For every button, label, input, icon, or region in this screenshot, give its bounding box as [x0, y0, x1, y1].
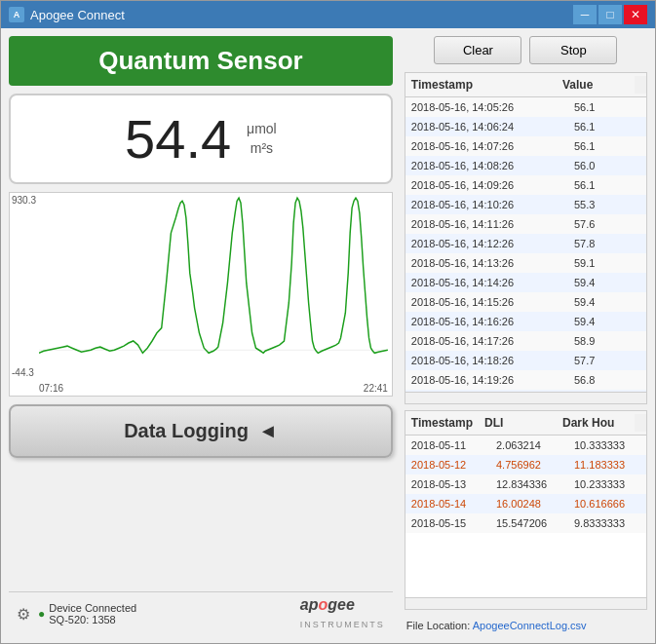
table-row: 2018-05-16, 14:11:26 57.6: [405, 214, 646, 234]
sensor-reading: 54.4: [125, 107, 231, 170]
col-value: Value: [557, 76, 635, 94]
table-row: 2018-05-16, 14:09:26 56.1: [405, 175, 646, 195]
table-row: 2018-05-15 15.547206 9.8333333: [405, 513, 646, 533]
status-bar: ⚙ ● Device Connected SQ-520: 1358 apogee…: [9, 591, 393, 635]
clear-button[interactable]: Clear: [434, 36, 521, 64]
data-logging-label: Data Logging: [124, 420, 249, 442]
dli-cell: 15.547206: [490, 515, 568, 531]
ts-cell: 2018-05-16, 14:14:26: [405, 275, 568, 290]
ts-cell: 2018-05-16, 14:05:26: [405, 99, 568, 115]
sensor-header: Quantum Sensor: [9, 36, 393, 86]
table-row: 2018-05-16, 14:05:26 56.1: [405, 97, 646, 117]
stop-button[interactable]: Stop: [529, 36, 617, 64]
table-row: 2018-05-16, 14:19:26 56.8: [405, 370, 646, 390]
ts-cell: 2018-05-16, 14:11:26: [405, 216, 568, 232]
val-cell: 56.8: [568, 372, 646, 388]
val-cell: 56.1: [568, 138, 646, 154]
ts-cell: 2018-05-16, 14:07:26: [405, 138, 568, 154]
table-row: 2018-05-16, 14:15:26 59.4: [405, 292, 646, 312]
val-cell: 59.4: [568, 314, 646, 329]
table-row: 2018-05-16, 14:17:26 58.9: [405, 331, 646, 351]
reading-box: 54.4 μmol m²s: [9, 94, 393, 184]
col-dli: DLI: [479, 414, 557, 432]
chart-container: 930.3 -44.3 07:16 22:41: [9, 192, 393, 397]
val-cell: 59.4: [568, 294, 646, 310]
chart-y-max: 930.3: [12, 195, 36, 206]
file-location-label: File Location:: [406, 620, 470, 631]
ts-cell: 2018-05-16, 14:13:26: [405, 255, 568, 271]
minimize-button[interactable]: ─: [573, 5, 597, 24]
app-icon: A: [9, 7, 24, 22]
app-window: A Apogee Connect ─ □ ✕ Quantum Sensor 54…: [0, 0, 656, 644]
table-row: 2018-05-16, 14:06:24 56.1: [405, 117, 646, 136]
val-cell: 59.1: [568, 255, 646, 271]
file-location-link[interactable]: ApogeeConnectLog.csv: [473, 620, 587, 631]
gear-icon[interactable]: ⚙: [17, 605, 30, 624]
close-button[interactable]: ✕: [624, 5, 647, 24]
right-panel: Clear Stop Timestamp Value 2018-05-16, 1…: [401, 28, 655, 643]
ts-cell: 2018-05-16, 14:12:26: [405, 236, 568, 251]
ts-cell: 2018-05-11: [405, 437, 490, 453]
table-row: 2018-05-16, 14:12:26 57.8: [405, 234, 646, 253]
readings-table-header: Timestamp Value: [405, 73, 646, 97]
val-cell: 57.6: [568, 216, 646, 232]
val-cell: 56.0: [568, 158, 646, 173]
val-cell: 56.1: [568, 119, 646, 134]
apogee-logo: apogee INSTRUMENTS: [300, 596, 385, 631]
table-row: 2018-05-16, 14:18:26 57.7: [405, 351, 646, 370]
dli-cell: 12.834336: [490, 476, 568, 492]
file-location: File Location: ApogeeConnectLog.csv: [405, 616, 647, 635]
left-panel: Quantum Sensor 54.4 μmol m²s 930.3 -44.3…: [1, 28, 401, 643]
col-timestamp-2: Timestamp: [405, 414, 479, 432]
table-row: 2018-05-16, 14:10:26 55.3: [405, 195, 646, 214]
val-cell: 57.8: [568, 236, 646, 251]
readings-table: Timestamp Value 2018-05-16, 14:05:26 56.…: [405, 72, 647, 404]
table-row: 2018-05-16, 14:13:26 59.1: [405, 253, 646, 273]
val-cell: 55.3: [568, 197, 646, 212]
action-buttons: Clear Stop: [405, 36, 647, 64]
ts-cell: 2018-05-16, 14:09:26: [405, 177, 568, 193]
ts-cell: 2018-05-15: [405, 515, 490, 531]
ts-cell: 2018-05-16, 14:08:26: [405, 158, 568, 173]
dli-table-header: Timestamp DLI Dark Hou: [405, 411, 646, 436]
chart-x-end: 22:41: [364, 383, 388, 394]
table-row: 2018-05-11 2.063214 10.333333: [405, 436, 646, 455]
ts-cell: 2018-05-16, 14:15:26: [405, 294, 568, 310]
maximize-button[interactable]: □: [598, 5, 622, 24]
data-logging-arrow: ◄: [258, 420, 278, 442]
val-cell: 59.4: [568, 275, 646, 290]
ts-cell: 2018-05-14: [405, 496, 490, 511]
table-row: 2018-05-16, 14:08:26 56.0: [405, 156, 646, 175]
ts-cell: 2018-05-16, 14:19:26: [405, 372, 568, 388]
dli-cell: 2.063214: [490, 437, 568, 453]
ts-cell: 2018-05-13: [405, 476, 490, 492]
val-cell: 56.1: [568, 99, 646, 115]
dli-cell: 16.00248: [490, 496, 568, 511]
data-logging-button[interactable]: Data Logging ◄: [9, 404, 393, 458]
ts-cell: 2018-05-16, 14:10:26: [405, 197, 568, 212]
ts-cell: 2018-05-12: [405, 457, 490, 473]
readings-table-body[interactable]: 2018-05-16, 14:05:26 56.12018-05-16, 14:…: [405, 97, 646, 392]
connection-icon: ●: [38, 607, 45, 621]
dli-table-body[interactable]: 2018-05-11 2.063214 10.3333332018-05-12 …: [405, 436, 646, 597]
table-row: 2018-05-16, 14:07:26 56.1: [405, 136, 646, 156]
h-scroll-2[interactable]: [405, 597, 646, 609]
svg-text:A: A: [14, 10, 20, 19]
chart-x-start: 07:16: [39, 383, 63, 394]
col-dark-hours: Dark Hou: [557, 414, 635, 432]
ts-cell: 2018-05-16, 14:17:26: [405, 333, 568, 349]
device-status: Device Connected: [49, 602, 136, 614]
dh-cell: 10.616666: [568, 496, 646, 511]
h-scroll-1[interactable]: [405, 392, 646, 403]
ts-cell: 2018-05-16, 14:06:24: [405, 119, 568, 134]
dh-cell: 10.233333: [568, 476, 646, 492]
val-cell: 57.7: [568, 353, 646, 368]
table-row: 2018-05-13 12.834336 10.233333: [405, 474, 646, 494]
window-controls: ─ □ ✕: [573, 5, 647, 24]
ts-cell: 2018-05-16, 14:18:26: [405, 353, 568, 368]
title-bar: A Apogee Connect ─ □ ✕: [1, 1, 655, 28]
dh-cell: 10.333333: [568, 437, 646, 453]
window-title: Apogee Connect: [30, 8, 573, 22]
ts-cell: 2018-05-16, 14:16:26: [405, 314, 568, 329]
dh-cell: 9.8333333: [568, 515, 646, 531]
